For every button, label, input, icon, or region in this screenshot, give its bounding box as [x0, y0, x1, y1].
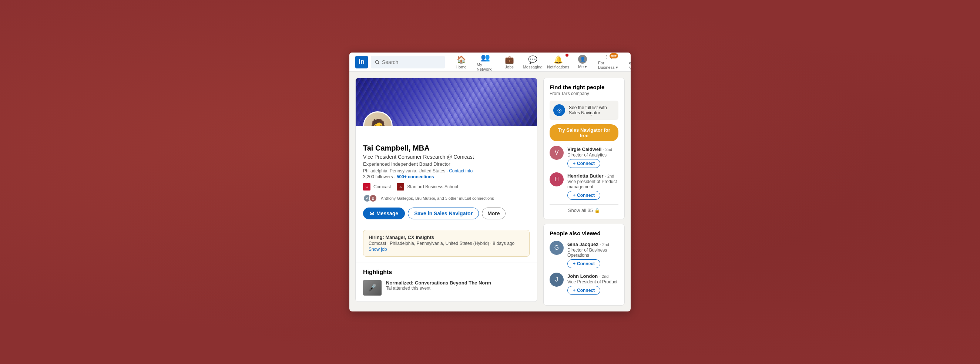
- network-icon: 👥: [481, 53, 490, 62]
- highlight-event-sub: Tai attended this event: [386, 286, 491, 291]
- messaging-icon: 💬: [528, 55, 538, 64]
- profile-banner: 🧔: [356, 78, 537, 126]
- gina-title: Director of Business Operations: [567, 248, 619, 258]
- mutual-text: Anthony Gallegos, Bru Mutebi, and 3 othe…: [381, 196, 494, 200]
- profile-info: Tai Campbell, MBA Vice President Consume…: [356, 126, 537, 225]
- profile-name: Tai Campbell, MBA: [363, 144, 530, 153]
- search-input[interactable]: [382, 59, 441, 65]
- john-degree: · 2nd: [600, 274, 608, 278]
- save-button[interactable]: Save in Sales Navigator: [408, 208, 479, 219]
- navbar: in 🏠 Home 👥 My Network 💼 Jobs 💬 M: [349, 52, 631, 72]
- nav-item-home[interactable]: 🏠 Home: [451, 54, 471, 71]
- henrietta-avatar: H: [550, 172, 564, 186]
- action-buttons: ✉ Message Save in Sales Navigator More: [363, 208, 530, 219]
- search-bar[interactable]: [371, 56, 445, 68]
- connections-link[interactable]: 500+ connections: [397, 174, 434, 180]
- nav-item-notifications[interactable]: 🔔 Notifications: [546, 54, 571, 71]
- location-text: Philadelphia, Pennsylvania, United State…: [363, 168, 445, 173]
- connect-john-button[interactable]: + Connect: [567, 286, 600, 295]
- virgie-degree: · 2nd: [603, 147, 612, 152]
- profile-tagline: Experienced Independent Board Director: [363, 161, 530, 167]
- message-label: Message: [376, 210, 398, 216]
- connect-label-2: Connect: [577, 193, 595, 198]
- main-content: 🧔 Tai Campbell, MBA Vice President Consu…: [349, 72, 631, 312]
- gina-degree: · 2nd: [600, 242, 609, 247]
- home-icon: 🏠: [457, 55, 466, 64]
- education-badges: C Comcast S Stanford Business School: [363, 183, 530, 191]
- john-info: John London · 2nd Vice President of Prod…: [567, 273, 617, 295]
- edu-name-comcast: Comcast: [374, 184, 391, 189]
- mutual-connections: A B Anthony Gallegos, Bru Mutebi, and 3 …: [363, 194, 530, 202]
- me-avatar: 👤: [578, 55, 587, 64]
- edu-badge-stanford: S Stanford Business School: [397, 183, 458, 191]
- followers-text: 3,200 followers: [363, 174, 393, 180]
- connect-label: Connect: [577, 161, 595, 166]
- connect-label-gina: Connect: [577, 261, 595, 266]
- linkedin-logo[interactable]: in: [355, 56, 368, 68]
- connect-virgie-button[interactable]: + Connect: [567, 159, 600, 168]
- nav-item-salesnav[interactable]: 📊 2 Sales Nav: [625, 52, 631, 72]
- nav-label-salesnav: Sales Nav: [628, 61, 631, 70]
- henrietta-info: Henrietta Butler · 2nd Vice president of…: [567, 172, 619, 200]
- connect-icon-john: +: [573, 288, 576, 293]
- highlight-info: Normalized: Conversations Beyond The Nor…: [386, 280, 491, 291]
- connect-henrietta-button[interactable]: + Connect: [567, 191, 600, 200]
- edu-name-stanford: Stanford Business School: [407, 184, 458, 189]
- mutual-avatar-2: B: [369, 194, 377, 202]
- nav-item-jobs[interactable]: 💼 Jobs: [499, 54, 520, 71]
- nav-item-messaging[interactable]: 💬 Messaging: [521, 54, 544, 71]
- try-sales-nav-button[interactable]: Try Sales Navigator for free: [550, 124, 619, 141]
- divider: [550, 204, 619, 205]
- virgie-name: Virgie Caldwell: [567, 146, 601, 152]
- edu-badge-comcast: C Comcast: [363, 183, 391, 191]
- profile-title: Vice President Consumer Research @ Comca…: [363, 154, 530, 160]
- people-also-viewed-card: People also viewed G Gina Jacquez · 2nd …: [543, 224, 625, 305]
- job-card: Hiring: Manager, CX Insights Comcast · P…: [363, 230, 530, 257]
- promo-icon: ⊙: [553, 104, 565, 116]
- more-button[interactable]: More: [482, 208, 505, 219]
- nav-item-me[interactable]: 👤 Me ▾: [572, 53, 593, 71]
- john-title: Vice President of Product: [567, 279, 617, 285]
- notifications-badge: [565, 54, 568, 57]
- job-title: Hiring: Manager, CX Insights: [369, 235, 524, 240]
- highlight-item: 🎤 Normalized: Conversations Beyond The N…: [363, 280, 530, 296]
- sidebar: Find the right people From Tai's company…: [543, 78, 625, 305]
- highlight-event-title: Normalized: Conversations Beyond The Nor…: [386, 280, 491, 286]
- highlights-section: Highlights 🎤 Normalized: Conversations B…: [356, 263, 537, 302]
- connect-gina-button[interactable]: + Connect: [567, 259, 600, 268]
- john-avatar: J: [550, 273, 564, 287]
- forbusiness-badge: 99+: [609, 53, 618, 59]
- nav-item-forbusiness[interactable]: ⋮⋮ 99+ For Business ▾: [594, 52, 623, 72]
- connect-icon-2: +: [573, 193, 576, 198]
- nav-items: 🏠 Home 👥 My Network 💼 Jobs 💬 Messaging 🔔…: [451, 52, 631, 73]
- show-all-text: Show all 35: [568, 208, 593, 213]
- henrietta-name: Henrietta Butler: [567, 173, 604, 179]
- notifications-icon: 🔔: [554, 55, 563, 64]
- stanford-icon: S: [397, 183, 404, 191]
- sidebar-person-gina: G Gina Jacquez · 2nd Director of Busines…: [550, 241, 619, 268]
- john-name: John London: [567, 273, 598, 279]
- svg-point-0: [375, 60, 378, 63]
- mutual-avatars: A B: [363, 194, 375, 202]
- page-wrapper: in 🏠 Home 👥 My Network 💼 Jobs 💬 M: [349, 52, 631, 312]
- virgie-title: Director of Analytics: [567, 153, 612, 157]
- people-also-viewed-title: People also viewed: [550, 230, 619, 236]
- highlight-thumbnail: 🎤: [363, 280, 382, 296]
- show-all-link[interactable]: Show all 35 🔒: [550, 208, 619, 213]
- promo-text: See the full list with Sales Navigator: [569, 105, 615, 115]
- job-link[interactable]: Show job: [369, 247, 524, 252]
- gina-info: Gina Jacquez · 2nd Director of Business …: [567, 241, 619, 268]
- henrietta-title: Vice president of Product management: [567, 179, 619, 189]
- nav-label-messaging: Messaging: [523, 65, 542, 69]
- connect-icon-gina: +: [573, 261, 576, 266]
- contact-info-link[interactable]: Contact info: [449, 168, 473, 173]
- profile-followers: 3,200 followers · 500+ connections: [363, 174, 530, 180]
- comcast-icon: C: [363, 183, 371, 191]
- nav-item-network[interactable]: 👥 My Network: [473, 52, 497, 73]
- sales-nav-promo: ⊙ See the full list with Sales Navigator: [550, 101, 619, 120]
- gina-name: Gina Jacquez: [567, 242, 598, 247]
- jobs-icon: 💼: [505, 55, 514, 64]
- nav-label-forbusiness: For Business ▾: [598, 61, 619, 70]
- virgie-info: Virgie Caldwell · 2nd Director of Analyt…: [567, 146, 612, 168]
- message-button[interactable]: ✉ Message: [363, 208, 405, 219]
